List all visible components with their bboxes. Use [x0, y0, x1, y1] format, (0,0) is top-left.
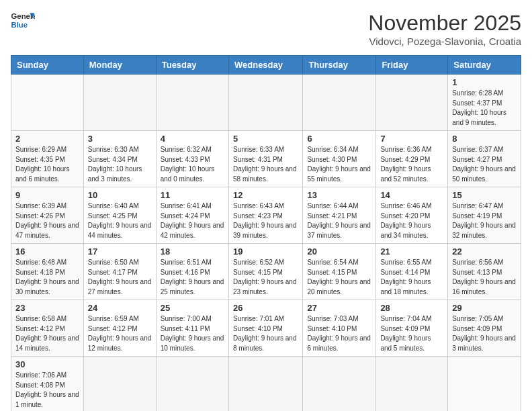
- calendar-cell: 23Sunrise: 6:58 AM Sunset: 4:12 PM Dayli…: [11, 300, 84, 357]
- calendar-cell: 15Sunrise: 6:47 AM Sunset: 4:19 PM Dayli…: [448, 187, 521, 244]
- calendar-cell: 12Sunrise: 6:43 AM Sunset: 4:23 PM Dayli…: [228, 187, 302, 244]
- day-number: 30: [15, 359, 79, 369]
- day-info: Sunrise: 6:44 AM Sunset: 4:21 PM Dayligh…: [307, 201, 371, 240]
- calendar-cell: [303, 75, 376, 131]
- calendar-cell: 5Sunrise: 6:33 AM Sunset: 4:31 PM Daylig…: [228, 131, 302, 187]
- day-info: Sunrise: 6:48 AM Sunset: 4:18 PM Dayligh…: [15, 258, 79, 297]
- calendar-cell: [83, 75, 156, 131]
- day-info: Sunrise: 6:41 AM Sunset: 4:24 PM Dayligh…: [161, 201, 224, 240]
- calendar-cell: 11Sunrise: 6:41 AM Sunset: 4:24 PM Dayli…: [156, 187, 228, 244]
- week-row-6: 30Sunrise: 7:06 AM Sunset: 4:08 PM Dayli…: [11, 357, 521, 412]
- calendar-cell: [156, 357, 228, 412]
- calendar-cell: [11, 75, 84, 131]
- day-number: 1: [452, 77, 517, 87]
- day-number: 10: [88, 190, 152, 200]
- day-info: Sunrise: 7:03 AM Sunset: 4:10 PM Dayligh…: [307, 314, 371, 353]
- calendar-cell: 13Sunrise: 6:44 AM Sunset: 4:21 PM Dayli…: [303, 187, 376, 244]
- calendar-cell: 19Sunrise: 6:52 AM Sunset: 4:15 PM Dayli…: [228, 244, 302, 300]
- header: General Blue November 2025 Vidovci, Poze…: [11, 11, 521, 47]
- day-info: Sunrise: 6:34 AM Sunset: 4:30 PM Dayligh…: [307, 145, 371, 184]
- day-header-thursday: Thursday: [303, 56, 376, 75]
- day-info: Sunrise: 6:46 AM Sunset: 4:20 PM Dayligh…: [380, 201, 443, 240]
- location-title: Vidovci, Pozega-Slavonia, Croatia: [368, 36, 521, 47]
- day-number: 20: [307, 246, 371, 257]
- calendar-cell: 26Sunrise: 7:01 AM Sunset: 4:10 PM Dayli…: [228, 300, 302, 357]
- calendar-cell: [448, 357, 521, 412]
- logo-icon: General Blue: [11, 11, 35, 30]
- calendar-cell: 30Sunrise: 7:06 AM Sunset: 4:08 PM Dayli…: [11, 357, 84, 412]
- week-row-3: 9Sunrise: 6:39 AM Sunset: 4:26 PM Daylig…: [11, 187, 521, 244]
- month-title: November 2025: [368, 11, 521, 36]
- calendar-cell: 4Sunrise: 6:32 AM Sunset: 4:33 PM Daylig…: [156, 131, 228, 187]
- day-header-wednesday: Wednesday: [228, 56, 302, 75]
- calendar-cell: [228, 75, 302, 131]
- day-number: 27: [307, 303, 371, 313]
- day-info: Sunrise: 6:54 AM Sunset: 4:15 PM Dayligh…: [307, 258, 371, 297]
- calendar-cell: 21Sunrise: 6:55 AM Sunset: 4:14 PM Dayli…: [376, 244, 448, 300]
- day-info: Sunrise: 6:33 AM Sunset: 4:31 PM Dayligh…: [233, 145, 298, 184]
- calendar-cell: [376, 75, 448, 131]
- calendar-cell: 9Sunrise: 6:39 AM Sunset: 4:26 PM Daylig…: [11, 187, 84, 244]
- calendar-cell: 16Sunrise: 6:48 AM Sunset: 4:18 PM Dayli…: [11, 244, 84, 300]
- day-header-tuesday: Tuesday: [156, 56, 228, 75]
- svg-text:Blue: Blue: [11, 21, 28, 29]
- calendar-cell: 2Sunrise: 6:29 AM Sunset: 4:35 PM Daylig…: [11, 131, 84, 187]
- day-number: 24: [88, 303, 152, 313]
- day-number: 18: [161, 246, 224, 257]
- day-number: 26: [233, 303, 298, 313]
- day-info: Sunrise: 6:29 AM Sunset: 4:35 PM Dayligh…: [15, 145, 79, 184]
- day-info: Sunrise: 6:32 AM Sunset: 4:33 PM Dayligh…: [161, 145, 224, 184]
- day-number: 5: [233, 134, 298, 144]
- day-header-saturday: Saturday: [448, 56, 521, 75]
- calendar-cell: 25Sunrise: 7:00 AM Sunset: 4:11 PM Dayli…: [156, 300, 228, 357]
- calendar-cell: 17Sunrise: 6:50 AM Sunset: 4:17 PM Dayli…: [83, 244, 156, 300]
- week-row-2: 2Sunrise: 6:29 AM Sunset: 4:35 PM Daylig…: [11, 131, 521, 187]
- calendar-cell: 27Sunrise: 7:03 AM Sunset: 4:10 PM Dayli…: [303, 300, 376, 357]
- day-info: Sunrise: 6:50 AM Sunset: 4:17 PM Dayligh…: [88, 258, 152, 297]
- day-info: Sunrise: 6:43 AM Sunset: 4:23 PM Dayligh…: [233, 201, 298, 240]
- day-number: 14: [380, 190, 443, 200]
- day-number: 7: [380, 134, 443, 144]
- day-number: 22: [452, 246, 517, 257]
- calendar-cell: 20Sunrise: 6:54 AM Sunset: 4:15 PM Dayli…: [303, 244, 376, 300]
- day-number: 16: [15, 246, 79, 257]
- day-info: Sunrise: 6:52 AM Sunset: 4:15 PM Dayligh…: [233, 258, 298, 297]
- day-info: Sunrise: 7:01 AM Sunset: 4:10 PM Dayligh…: [233, 314, 298, 353]
- day-header-sunday: Sunday: [11, 56, 84, 75]
- calendar-cell: 1Sunrise: 6:28 AM Sunset: 4:37 PM Daylig…: [448, 75, 521, 131]
- day-info: Sunrise: 6:30 AM Sunset: 4:34 PM Dayligh…: [88, 145, 152, 184]
- day-number: 11: [161, 190, 224, 200]
- day-number: 6: [307, 134, 371, 144]
- day-info: Sunrise: 6:47 AM Sunset: 4:19 PM Dayligh…: [452, 201, 517, 240]
- week-row-5: 23Sunrise: 6:58 AM Sunset: 4:12 PM Dayli…: [11, 300, 521, 357]
- calendar-cell: [376, 357, 448, 412]
- day-number: 2: [15, 134, 79, 144]
- day-number: 12: [233, 190, 298, 200]
- day-info: Sunrise: 6:56 AM Sunset: 4:13 PM Dayligh…: [452, 258, 517, 297]
- day-number: 29: [452, 303, 517, 313]
- day-info: Sunrise: 6:40 AM Sunset: 4:25 PM Dayligh…: [88, 201, 152, 240]
- calendar-cell: 6Sunrise: 6:34 AM Sunset: 4:30 PM Daylig…: [303, 131, 376, 187]
- logo: General Blue: [11, 11, 35, 30]
- calendar-cell: 22Sunrise: 6:56 AM Sunset: 4:13 PM Dayli…: [448, 244, 521, 300]
- day-number: 17: [88, 246, 152, 257]
- week-row-4: 16Sunrise: 6:48 AM Sunset: 4:18 PM Dayli…: [11, 244, 521, 300]
- day-info: Sunrise: 7:04 AM Sunset: 4:09 PM Dayligh…: [380, 314, 443, 353]
- day-info: Sunrise: 6:37 AM Sunset: 4:27 PM Dayligh…: [452, 145, 517, 184]
- day-number: 4: [161, 134, 224, 144]
- calendar-cell: 10Sunrise: 6:40 AM Sunset: 4:25 PM Dayli…: [83, 187, 156, 244]
- calendar-header-row: SundayMondayTuesdayWednesdayThursdayFrid…: [11, 56, 521, 75]
- calendar-cell: 7Sunrise: 6:36 AM Sunset: 4:29 PM Daylig…: [376, 131, 448, 187]
- calendar-cell: [83, 357, 156, 412]
- day-info: Sunrise: 6:39 AM Sunset: 4:26 PM Dayligh…: [15, 201, 79, 240]
- calendar-cell: 24Sunrise: 6:59 AM Sunset: 4:12 PM Dayli…: [83, 300, 156, 357]
- calendar-cell: [156, 75, 228, 131]
- calendar-cell: 29Sunrise: 7:05 AM Sunset: 4:09 PM Dayli…: [448, 300, 521, 357]
- calendar-cell: 3Sunrise: 6:30 AM Sunset: 4:34 PM Daylig…: [83, 131, 156, 187]
- day-info: Sunrise: 6:28 AM Sunset: 4:37 PM Dayligh…: [452, 89, 517, 128]
- calendar-cell: 28Sunrise: 7:04 AM Sunset: 4:09 PM Dayli…: [376, 300, 448, 357]
- day-info: Sunrise: 6:58 AM Sunset: 4:12 PM Dayligh…: [15, 314, 79, 353]
- day-number: 21: [380, 246, 443, 257]
- day-number: 19: [233, 246, 298, 257]
- day-info: Sunrise: 6:36 AM Sunset: 4:29 PM Dayligh…: [380, 145, 443, 184]
